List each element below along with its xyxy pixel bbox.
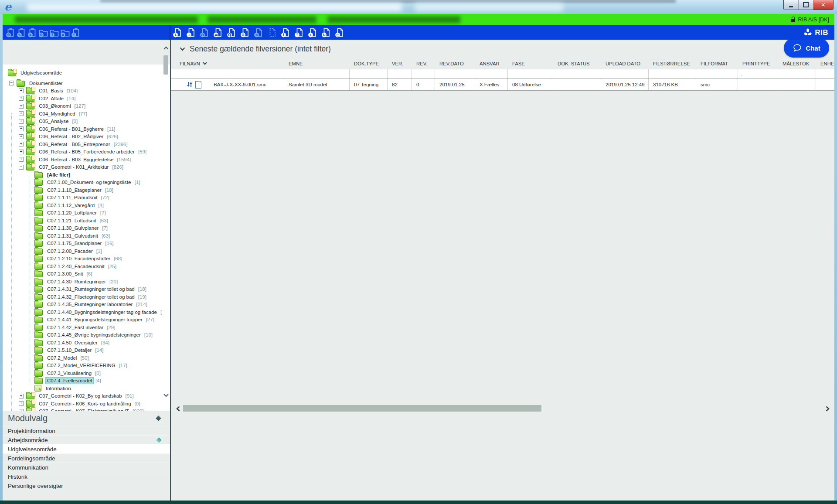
expand-box-icon[interactable]: + <box>19 119 24 124</box>
tree-item[interactable]: −C07_Geometri - K01_Arkitektur[826] <box>3 163 162 171</box>
tree-item[interactable]: C07.1.4.45_Øvrige bygningsdelstegninger[… <box>3 331 162 339</box>
tree-item[interactable]: +C06_Referat - B02_Rådgiver[626] <box>3 133 162 141</box>
expand-box-icon[interactable]: + <box>19 401 24 406</box>
tree-item[interactable]: C07.1.4.32_Flisetegninger toilet og bad[… <box>3 293 162 301</box>
column-header-doktype[interactable]: DOK.TYPE <box>350 58 388 69</box>
file-name[interactable]: BAX-J-X-XX-9-001.smc <box>214 82 266 87</box>
list-settings-button[interactable]: ⚙ <box>5 27 16 38</box>
folder-info-button[interactable]: I <box>49 27 59 38</box>
column-header-ansvar[interactable]: ANSVAR <box>475 58 508 69</box>
filter-input-fase[interactable] <box>508 69 553 79</box>
filter-input-dokstatus[interactable] <box>553 69 601 79</box>
tree-item[interactable]: C07.1.1.21_Loftudsnit[63] <box>3 217 162 225</box>
cell-enhed[interactable] <box>816 79 834 90</box>
filter-input-revdato[interactable] <box>435 69 475 79</box>
column-header-maalestok[interactable]: MÅLESTOK <box>778 58 816 69</box>
tree-item[interactable]: C07.1.1.20_Loftplaner[7] <box>3 209 162 217</box>
tree-item-label[interactable]: C07.2_Model_VERIFICERING <box>45 362 117 369</box>
tree-item[interactable]: C07.1.2.00_Facader[1] <box>3 247 162 255</box>
tree-item-label[interactable]: C01_Basis <box>37 87 65 94</box>
tree-item-label[interactable]: C07.1.4.45_Øvrige bygningsdelstegninger <box>45 331 143 338</box>
tree-item[interactable]: C07.1.1.11_Planudsnit[72] <box>3 194 162 202</box>
tree-item[interactable]: +C06_Referat - B01_Bygherre[11] <box>3 125 162 133</box>
list-upload-button[interactable]: ↑ <box>71 27 81 38</box>
column-header-revdato[interactable]: REV.DATO <box>435 58 475 69</box>
cell-filstorrelse[interactable]: 310716 KB <box>649 79 696 90</box>
tree-item[interactable]: C07.1.5.10_Detaljer[14] <box>3 347 162 354</box>
filter-input-filnavn[interactable] <box>171 69 284 79</box>
horizontal-scrollbar-thumb[interactable] <box>183 405 541 412</box>
tree-item[interactable]: C07.1.4.41_Bygningsdelstegninger trapper… <box>3 316 162 324</box>
tree-item-label[interactable]: C07.1.3.00_Snit <box>45 270 85 277</box>
filter-input-rev[interactable] <box>412 69 435 79</box>
expand-box-icon[interactable]: + <box>19 394 24 398</box>
filter-input-filformat[interactable] <box>696 69 738 79</box>
file-settings-button[interactable]: ⚙ <box>240 27 250 38</box>
scroll-up-arrow[interactable] <box>163 45 169 51</box>
tree-item-label[interactable]: C07.1.1.10_Etageplaner <box>45 187 103 194</box>
tree-item[interactable]: +C07_Geometri - K07_Elektroteknik og IT[… <box>3 408 162 411</box>
minimize-button[interactable] <box>784 0 799 10</box>
column-header-filformat[interactable]: FILFORMAT <box>696 58 738 69</box>
tree-item-label[interactable]: C07.1.5.10_Detaljer <box>45 347 93 354</box>
tree-item[interactable]: +C07_Geometri - K06_Kort- og landmåling[… <box>3 400 162 408</box>
scroll-down-arrow[interactable] <box>163 392 169 398</box>
expand-box-icon[interactable]: + <box>19 111 24 116</box>
tree-item-label[interactable]: C06_Referat - B05_Entreprenør <box>37 141 112 148</box>
tree-item-label[interactable]: C07.1.2.10_Facadeopstalter <box>45 255 112 262</box>
tree-item-label[interactable]: C07.1.4.40_Bygningsdelstegninger tag og … <box>45 309 159 316</box>
tree-item[interactable]: C07.4_Fællesmodel[4] <box>3 377 162 385</box>
tree-item-label[interactable]: C07.1.4.42_Fast inventar <box>45 324 105 331</box>
download-file-button[interactable]: ↓ <box>172 27 183 38</box>
cell-filnavn[interactable]: BAX-J-X-XX-9-001.smc <box>171 79 284 90</box>
add-version-button[interactable]: + <box>307 27 318 38</box>
list-edit-button[interactable]: ✎ <box>16 27 27 38</box>
scroll-left-arrow[interactable] <box>174 405 181 412</box>
expand-box-icon[interactable]: + <box>19 89 24 93</box>
tree-item-label[interactable]: C07.1.4.30_Rumtegninger <box>45 278 108 285</box>
tree-item-label[interactable]: C07.1.4.50_Oversigter <box>45 339 99 346</box>
expand-box-icon[interactable]: + <box>19 134 24 139</box>
tree-item[interactable]: [Alle filer] <box>3 171 162 179</box>
expand-box-icon[interactable]: + <box>19 126 24 131</box>
tree-item-label[interactable]: C03_Økonomi <box>37 102 73 109</box>
column-header-dokstatus[interactable]: DOK. STATUS <box>553 58 601 69</box>
tree-item-label[interactable]: C07.1.4.35_Rumtegninger laboratorier <box>45 301 134 308</box>
folder-settings-button[interactable]: ⚙ <box>38 27 48 38</box>
collapse-chevron-icon[interactable] <box>180 47 185 51</box>
column-header-rev[interactable]: REV. <box>412 58 435 69</box>
tree-item[interactable]: C07.1.00_Dokument- og tegningsliste[1] <box>3 179 162 187</box>
file-info-button[interactable]: i <box>280 27 291 38</box>
tree-item-label[interactable]: C07_Geometri - K02_By og landskab <box>37 392 124 399</box>
filter-input-uploaddato[interactable] <box>601 69 649 79</box>
expand-box-icon[interactable]: + <box>19 142 24 146</box>
tree-item[interactable]: C07.2_Model[50] <box>3 354 162 362</box>
tree-item[interactable]: +C04_Myndighed[77] <box>3 110 162 118</box>
tree-item-label[interactable]: C07.1.1.12_Varegård <box>45 202 96 209</box>
column-header-enhed[interactable]: ENHED <box>816 58 834 69</box>
tree-item[interactable]: −Dokumentlister <box>3 79 162 87</box>
file-alert-button[interactable]: ! <box>294 27 304 38</box>
module-item-historik[interactable]: Historik <box>3 472 170 481</box>
copy-file-button[interactable] <box>267 27 277 38</box>
tree-item-label[interactable]: C07.1.2.40_Facadeudsnit <box>45 263 106 270</box>
tree-item[interactable]: C07.1.1.10_Etageplaner[18] <box>3 186 162 194</box>
tree-item[interactable]: C07.1.4.31_Rumtegninger toilet og bad[18… <box>3 286 162 293</box>
cell-doktype[interactable]: 07 Tegning <box>350 79 388 90</box>
tree-item[interactable]: C07.1.1.31_Gulvudsnit[63] <box>3 232 162 240</box>
collapse-box-icon[interactable]: − <box>19 165 24 170</box>
tree-item-label[interactable]: C06_Referat - B05_Forberedende arbejder <box>37 148 136 155</box>
tree-item-label[interactable]: C07.1.4.31_Rumtegninger toilet og bad <box>45 286 136 293</box>
horizontal-scrollbar[interactable] <box>171 404 834 413</box>
filter-input-filstorrelse[interactable] <box>649 69 696 79</box>
collapse-diamond-icon[interactable] <box>156 415 161 421</box>
module-item-udgivelsesomr-de[interactable]: Udgivelsesområde <box>3 444 170 453</box>
cell-revdato[interactable]: 2019.01.25 <box>435 79 475 90</box>
tree-item[interactable]: +C06_Referat - B05_Entreprenør[2396] <box>3 140 162 148</box>
tree-item[interactable]: C07.1.1.30_Gulvplaner[7] <box>3 225 162 232</box>
tree-item-label[interactable]: C07.1.1.75_Brandplaner <box>45 240 103 247</box>
tree-scrollbar-thumb[interactable] <box>163 55 168 75</box>
tree-item-label[interactable]: C06_Referat - B03_Byggeledelse <box>37 156 115 163</box>
tree-item-label[interactable]: C07.1.2.00_Facader <box>45 248 95 255</box>
filter-input-maalestok[interactable] <box>778 69 816 79</box>
